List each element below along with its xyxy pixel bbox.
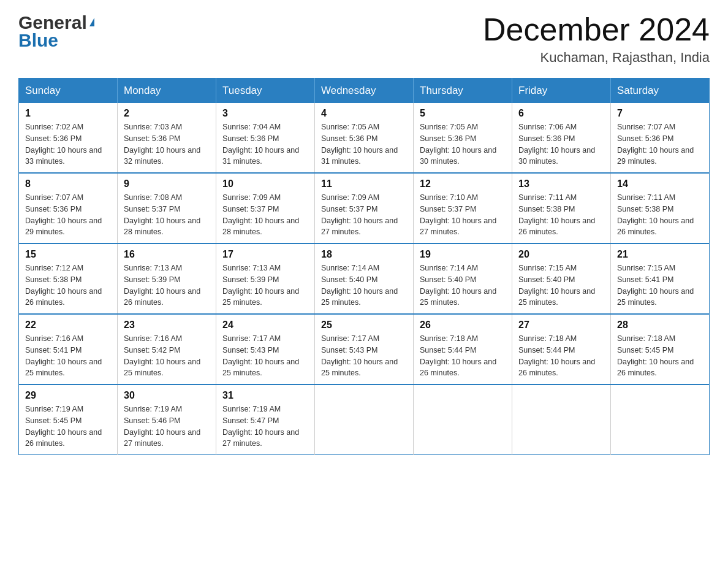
table-row: 4Sunrise: 7:05 AMSunset: 5:36 PMDaylight… (315, 103, 414, 173)
day-info: Sunrise: 7:13 AMSunset: 5:39 PMDaylight:… (124, 262, 210, 308)
day-number: 5 (420, 108, 506, 119)
day-number: 13 (518, 178, 604, 190)
table-row: 18Sunrise: 7:14 AMSunset: 5:40 PMDayligh… (315, 243, 414, 314)
day-number: 28 (617, 320, 703, 331)
day-info: Sunrise: 7:14 AMSunset: 5:40 PMDaylight:… (321, 262, 407, 308)
header-monday: Monday (118, 79, 216, 104)
header-wednesday: Wednesday (315, 79, 414, 104)
calendar-week-row: 8Sunrise: 7:07 AMSunset: 5:36 PMDaylight… (19, 173, 710, 243)
day-number: 3 (222, 108, 308, 119)
table-row: 31Sunrise: 7:19 AMSunset: 5:47 PMDayligh… (216, 385, 315, 455)
month-title: December 2024 (483, 12, 710, 47)
table-row: 1Sunrise: 7:02 AMSunset: 5:36 PMDaylight… (19, 103, 118, 173)
table-row: 2Sunrise: 7:03 AMSunset: 5:36 PMDaylight… (118, 103, 216, 173)
day-number: 16 (124, 249, 210, 260)
table-row: 29Sunrise: 7:19 AMSunset: 5:45 PMDayligh… (19, 385, 118, 455)
header-friday: Friday (512, 79, 611, 104)
day-info: Sunrise: 7:16 AMSunset: 5:42 PMDaylight:… (124, 333, 210, 379)
day-info: Sunrise: 7:07 AMSunset: 5:36 PMDaylight:… (617, 121, 703, 167)
day-number: 23 (124, 320, 210, 331)
day-number: 1 (25, 108, 111, 119)
table-row (611, 385, 710, 455)
table-row: 30Sunrise: 7:19 AMSunset: 5:46 PMDayligh… (118, 385, 216, 455)
table-row: 19Sunrise: 7:14 AMSunset: 5:40 PMDayligh… (414, 243, 512, 314)
table-row: 20Sunrise: 7:15 AMSunset: 5:40 PMDayligh… (512, 243, 611, 314)
day-number: 27 (518, 320, 604, 331)
table-row: 16Sunrise: 7:13 AMSunset: 5:39 PMDayligh… (118, 243, 216, 314)
header-thursday: Thursday (414, 79, 512, 104)
day-number: 31 (222, 390, 308, 401)
day-info: Sunrise: 7:17 AMSunset: 5:43 PMDaylight:… (222, 333, 308, 379)
table-row: 7Sunrise: 7:07 AMSunset: 5:36 PMDaylight… (611, 103, 710, 173)
table-row: 9Sunrise: 7:08 AMSunset: 5:37 PMDaylight… (118, 173, 216, 243)
day-info: Sunrise: 7:17 AMSunset: 5:43 PMDaylight:… (321, 333, 407, 379)
day-number: 25 (321, 320, 407, 331)
day-number: 4 (321, 108, 407, 119)
header: General Blue December 2024 Kuchaman, Raj… (18, 12, 710, 66)
day-info: Sunrise: 7:09 AMSunset: 5:37 PMDaylight:… (321, 192, 407, 238)
day-info: Sunrise: 7:05 AMSunset: 5:36 PMDaylight:… (420, 121, 506, 167)
day-number: 24 (222, 320, 308, 331)
day-number: 2 (124, 108, 210, 119)
day-info: Sunrise: 7:09 AMSunset: 5:37 PMDaylight:… (222, 192, 308, 238)
day-number: 26 (420, 320, 506, 331)
day-info: Sunrise: 7:15 AMSunset: 5:41 PMDaylight:… (617, 262, 703, 308)
table-row: 5Sunrise: 7:05 AMSunset: 5:36 PMDaylight… (414, 103, 512, 173)
day-number: 12 (420, 178, 506, 190)
table-row: 28Sunrise: 7:18 AMSunset: 5:45 PMDayligh… (611, 314, 710, 385)
table-row: 13Sunrise: 7:11 AMSunset: 5:38 PMDayligh… (512, 173, 611, 243)
day-info: Sunrise: 7:08 AMSunset: 5:37 PMDaylight:… (124, 192, 210, 238)
header-saturday: Saturday (611, 79, 710, 104)
calendar-week-row: 22Sunrise: 7:16 AMSunset: 5:41 PMDayligh… (19, 314, 710, 385)
day-info: Sunrise: 7:18 AMSunset: 5:44 PMDaylight:… (420, 333, 506, 379)
location-subtitle: Kuchaman, Rajasthan, India (483, 50, 710, 66)
day-info: Sunrise: 7:18 AMSunset: 5:44 PMDaylight:… (518, 333, 604, 379)
header-sunday: Sunday (19, 79, 118, 104)
table-row: 6Sunrise: 7:06 AMSunset: 5:36 PMDaylight… (512, 103, 611, 173)
table-row (315, 385, 414, 455)
day-info: Sunrise: 7:07 AMSunset: 5:36 PMDaylight:… (25, 192, 111, 238)
day-number: 17 (222, 249, 308, 260)
day-number: 6 (518, 108, 604, 119)
table-row: 27Sunrise: 7:18 AMSunset: 5:44 PMDayligh… (512, 314, 611, 385)
logo-blue-text: Blue (18, 30, 94, 50)
day-number: 29 (25, 390, 111, 401)
day-number: 21 (617, 249, 703, 260)
day-info: Sunrise: 7:06 AMSunset: 5:36 PMDaylight:… (518, 121, 604, 167)
title-area: December 2024 Kuchaman, Rajasthan, India (483, 12, 710, 66)
day-info: Sunrise: 7:04 AMSunset: 5:36 PMDaylight:… (222, 121, 308, 167)
header-tuesday: Tuesday (216, 79, 315, 104)
table-row: 25Sunrise: 7:17 AMSunset: 5:43 PMDayligh… (315, 314, 414, 385)
day-number: 19 (420, 249, 506, 260)
day-info: Sunrise: 7:14 AMSunset: 5:40 PMDaylight:… (420, 262, 506, 308)
table-row: 14Sunrise: 7:11 AMSunset: 5:38 PMDayligh… (611, 173, 710, 243)
day-number: 30 (124, 390, 210, 401)
day-number: 8 (25, 178, 111, 190)
table-row: 8Sunrise: 7:07 AMSunset: 5:36 PMDaylight… (19, 173, 118, 243)
table-row (512, 385, 611, 455)
logo: General Blue (18, 12, 94, 50)
table-row: 22Sunrise: 7:16 AMSunset: 5:41 PMDayligh… (19, 314, 118, 385)
calendar-header-row: Sunday Monday Tuesday Wednesday Thursday… (19, 79, 710, 104)
table-row: 12Sunrise: 7:10 AMSunset: 5:37 PMDayligh… (414, 173, 512, 243)
day-number: 15 (25, 249, 111, 260)
day-info: Sunrise: 7:11 AMSunset: 5:38 PMDaylight:… (518, 192, 604, 238)
day-number: 18 (321, 249, 407, 260)
day-number: 7 (617, 108, 703, 119)
calendar-table: Sunday Monday Tuesday Wednesday Thursday… (18, 78, 710, 455)
table-row: 17Sunrise: 7:13 AMSunset: 5:39 PMDayligh… (216, 243, 315, 314)
day-info: Sunrise: 7:05 AMSunset: 5:36 PMDaylight:… (321, 121, 407, 167)
day-number: 11 (321, 178, 407, 190)
day-number: 14 (617, 178, 703, 190)
day-info: Sunrise: 7:16 AMSunset: 5:41 PMDaylight:… (25, 333, 111, 379)
day-info: Sunrise: 7:19 AMSunset: 5:45 PMDaylight:… (25, 404, 111, 450)
day-info: Sunrise: 7:11 AMSunset: 5:38 PMDaylight:… (617, 192, 703, 238)
day-info: Sunrise: 7:19 AMSunset: 5:46 PMDaylight:… (124, 404, 210, 450)
day-info: Sunrise: 7:10 AMSunset: 5:37 PMDaylight:… (420, 192, 506, 238)
day-info: Sunrise: 7:19 AMSunset: 5:47 PMDaylight:… (222, 404, 308, 450)
day-info: Sunrise: 7:03 AMSunset: 5:36 PMDaylight:… (124, 121, 210, 167)
table-row: 3Sunrise: 7:04 AMSunset: 5:36 PMDaylight… (216, 103, 315, 173)
day-info: Sunrise: 7:18 AMSunset: 5:45 PMDaylight:… (617, 333, 703, 379)
day-number: 20 (518, 249, 604, 260)
calendar-week-row: 29Sunrise: 7:19 AMSunset: 5:45 PMDayligh… (19, 385, 710, 455)
